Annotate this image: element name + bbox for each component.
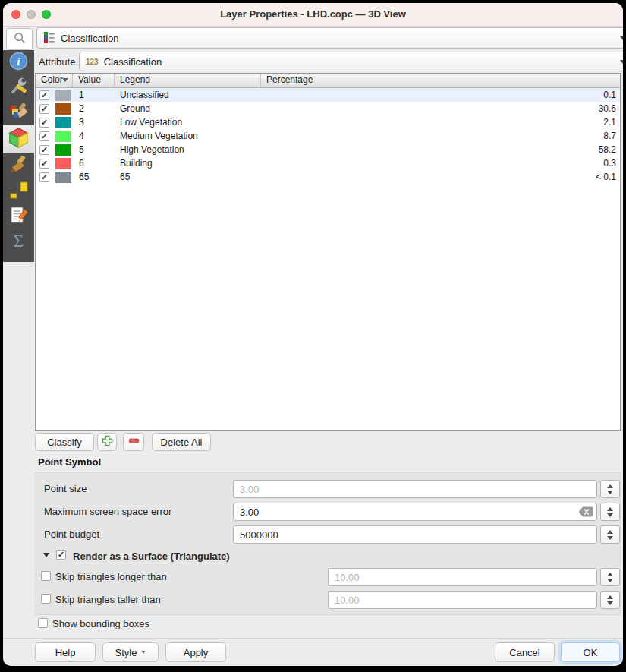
sort-indicator-icon [62,78,68,82]
table-row[interactable]: 2 Ground 30.6 [36,102,620,115]
point-budget-input[interactable] [233,525,597,544]
column-header-legend[interactable]: Legend [115,74,261,87]
cancel-button[interactable]: Cancel [495,642,555,662]
color-swatch[interactable] [55,103,71,115]
column-header-percentage[interactable]: Percentage [261,74,620,87]
sidebar-item-rendering[interactable] [3,153,34,178]
color-swatch[interactable] [55,90,71,101]
legend-cell: 65 [115,172,261,182]
legend-cell: Unclassified [115,90,261,100]
wrench-pencil-icon [9,77,29,99]
chevron-down-icon [620,36,623,40]
column-header-value[interactable]: Value [73,74,115,87]
value-cell: 4 [73,131,115,141]
table-row[interactable]: 3 Low Vegetation 2.1 [36,115,620,129]
style-button-label: Style [115,647,137,658]
metadata-note-icon [9,205,29,228]
color-swatch[interactable] [55,172,71,183]
value-cell: 6 [73,158,115,169]
skip-taller-checkbox[interactable] [41,594,51,604]
max-screen-space-error-spinner[interactable] [600,503,620,521]
3d-cube-icon [8,127,30,152]
legend-cell: Building [115,158,261,169]
legend-cell: Ground [115,103,261,114]
paintbrush-colors-icon [9,102,29,125]
color-swatch[interactable] [55,117,71,128]
remove-class-button[interactable] [123,433,144,451]
color-swatch[interactable] [55,144,71,156]
legend-cell: Low Vegetation [115,117,261,128]
row-visibility-checkbox[interactable] [39,145,49,155]
row-visibility-checkbox[interactable] [39,118,49,128]
skip-taller-input[interactable] [328,591,597,609]
delete-all-button[interactable]: Delete All [152,433,211,451]
renderer-combobox[interactable]: Classification [36,27,623,49]
skip-longer-checkbox[interactable] [41,571,51,581]
max-screen-space-error-label: Maximum screen space error [44,506,171,517]
row-visibility-checkbox[interactable] [39,90,49,100]
chevron-down-icon [620,60,623,64]
classify-button[interactable]: Classify [35,433,94,451]
sidebar-item-source[interactable] [3,75,34,100]
brush-icon [9,155,29,178]
sidebar-item-information[interactable]: i [3,50,34,75]
value-cell: 3 [73,117,115,128]
help-button[interactable]: Help [35,642,96,662]
info-icon: i [9,52,28,74]
add-class-button[interactable] [97,433,117,451]
close-window-button[interactable] [11,10,20,19]
render-surface-label: Render as a Surface (Triangulate) [73,551,230,562]
row-visibility-checkbox[interactable] [39,131,49,141]
attribute-combobox[interactable]: 123 Classification [79,52,623,71]
sidebar-item-metadata[interactable] [3,203,34,229]
collapse-triangle-icon[interactable] [43,553,49,557]
plus-icon [102,435,113,449]
sidebar-item-statistics[interactable]: Σ [3,229,34,254]
row-visibility-checkbox[interactable] [39,104,49,114]
sidebar-item-elevation[interactable] [3,178,34,203]
column-header-color[interactable]: Color [36,74,73,87]
point-symbol-heading: Point Symbol [38,456,101,468]
row-visibility-checkbox[interactable] [39,172,49,182]
zoom-window-button[interactable] [42,10,51,19]
value-cell: 1 [73,90,115,100]
table-row[interactable]: 6 Building 0.3 [36,156,620,170]
max-screen-space-error-input[interactable] [233,503,597,521]
clear-value-icon[interactable] [578,506,593,520]
apply-button[interactable]: Apply [165,642,226,662]
skip-taller-spinner[interactable] [600,591,620,609]
color-swatch[interactable] [55,158,71,169]
show-bounding-boxes-checkbox[interactable] [38,618,48,628]
style-button[interactable]: Style [102,642,159,662]
chevron-down-icon [141,651,146,654]
table-row[interactable]: 1 Unclassified 0.1 [36,88,620,102]
table-row[interactable]: 5 High Vegetation 58.2 [36,143,620,156]
row-visibility-checkbox[interactable] [39,159,49,169]
ok-button[interactable]: OK [561,642,620,662]
point-size-input[interactable] [233,480,597,498]
table-row[interactable]: 65 65 < 0.1 [36,170,620,184]
color-swatch[interactable] [55,131,71,142]
minimize-window-button[interactable] [27,10,36,19]
percentage-cell: 58.2 [261,144,620,155]
sigma-icon: Σ [14,232,24,251]
table-row[interactable]: 4 Medium Vegetation 8.7 [36,129,620,143]
classification-renderer-icon [43,31,55,46]
percentage-cell: 0.1 [261,90,620,100]
title-bar: Layer Properties - LHD.copc — 3D View [3,3,623,27]
value-cell: 2 [73,103,115,114]
render-surface-checkbox[interactable] [56,550,66,560]
point-size-spinner[interactable] [600,480,620,498]
footer-divider [3,638,623,639]
skip-longer-spinner[interactable] [600,568,620,586]
value-cell: 65 [73,172,115,182]
table-header: Color Value Legend Percentage [36,74,620,88]
skip-longer-input[interactable] [328,568,597,586]
point-budget-spinner[interactable] [600,525,620,544]
window-title: Layer Properties - LHD.copc — 3D View [3,3,623,26]
sidebar-search-input[interactable] [6,28,33,50]
sidebar-item-3d-view[interactable] [3,125,34,153]
value-cell: 5 [73,144,115,155]
percentage-cell: 30.6 [261,103,620,114]
sidebar-item-symbology[interactable] [3,100,34,125]
